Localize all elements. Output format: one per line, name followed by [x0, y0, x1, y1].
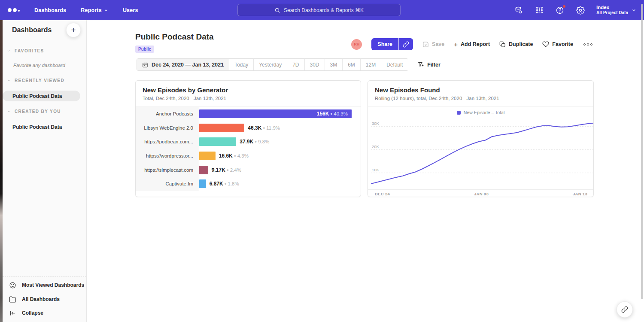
favorite-label: Favorite	[552, 41, 573, 47]
bar-chart-row: https://wordpress.or...16.6K • 4.3%	[136, 149, 361, 163]
bar-segment[interactable]	[199, 166, 208, 174]
y-tick: 10K	[372, 167, 379, 172]
line-chart-svg	[371, 116, 593, 189]
bar-value-label: 156K • 40.3%	[317, 111, 348, 117]
project-selector[interactable]: Index All Project Data	[596, 4, 636, 16]
calendar-icon	[142, 62, 148, 68]
heart-icon	[542, 41, 549, 48]
date-preset-button[interactable]: 3M	[325, 59, 343, 70]
notification-badge	[562, 5, 566, 8]
legend-swatch	[457, 111, 461, 115]
chevron-down-icon	[104, 8, 108, 12]
chevron-down-icon	[7, 79, 11, 82]
help-icon[interactable]	[555, 6, 565, 15]
card-title: New Episodes Found	[375, 86, 586, 94]
nav-item-users[interactable]: Users	[123, 7, 138, 13]
search-icon	[274, 7, 280, 13]
card-new-episodes-found: New Episodes Found Rolling (12 hours), t…	[368, 80, 594, 197]
project-name: Index	[596, 4, 628, 10]
bar-segment[interactable]	[199, 179, 206, 188]
date-range-label: Dec 24, 2020 — Jan 13, 2021	[152, 62, 224, 68]
bar-segment[interactable]	[199, 124, 244, 132]
date-preset-button[interactable]: Today	[229, 59, 253, 70]
more-options-button[interactable]	[583, 42, 593, 47]
save-label: Save	[432, 41, 444, 47]
apps-grid-icon[interactable]	[535, 6, 544, 15]
project-subtitle: All Project Data	[596, 10, 628, 16]
bar-segment[interactable]	[199, 137, 236, 146]
favorite-button[interactable]: Favorite	[542, 41, 573, 48]
sidebar-section-created-by-you[interactable]: CREATED BY YOU	[3, 109, 86, 114]
sidebar: Dashboards + FAVORITES Favorite any dash…	[3, 20, 87, 322]
nav-item-label: Dashboards	[34, 7, 66, 13]
date-preset-button[interactable]: Default	[381, 59, 408, 70]
chevron-down-icon	[7, 49, 11, 53]
y-tick: 20K	[372, 144, 379, 149]
sidebar-item-public-podcast-data-created[interactable]: Public Podcast Data	[3, 122, 62, 132]
search-input[interactable]: Search Dashboards & Reports ⌘K	[237, 4, 401, 16]
scrollbar-thumb[interactable]	[641, 4, 643, 299]
bar-value-label: 46.3K • 11.9%	[248, 125, 280, 131]
filter-label: Filter	[427, 62, 440, 68]
mixpanel-logo-icon[interactable]	[8, 8, 25, 12]
bar-value-label: 6.87K • 1.8%	[210, 181, 239, 187]
folder-icon	[9, 296, 16, 303]
smiley-icon	[9, 282, 16, 289]
all-dashboards-button[interactable]: All Dashboards	[3, 294, 86, 305]
nav-item-label: Users	[123, 7, 138, 13]
collapse-sidebar-button[interactable]: Collapse	[3, 307, 86, 319]
line-series	[371, 123, 593, 184]
filter-button[interactable]: Filter	[417, 61, 440, 68]
x-tick: JAN 03	[474, 191, 489, 196]
add-dashboard-button[interactable]: +	[66, 23, 81, 37]
link-icon	[403, 41, 409, 48]
avatar[interactable]: RH	[351, 39, 362, 50]
favorites-empty-text: Favorite any dashboard	[13, 63, 65, 68]
header-toolbar: RH Share Save + Add Report Duplicate Fav…	[351, 38, 593, 50]
sidebar-item-label: Public Podcast Data	[12, 124, 62, 130]
settings-gear-icon[interactable]	[576, 6, 585, 15]
sidebar-divider	[3, 276, 86, 277]
most-viewed-dashboards-button[interactable]: Most Viewed Dashboards	[3, 279, 86, 291]
bar-category-label: Captivate.fm	[136, 181, 199, 186]
nav-item-reports[interactable]: Reports	[81, 7, 108, 13]
legend-label: New Episode – Total	[464, 110, 505, 115]
bar-chart: Anchor Podcasts156K • 40.3%Libsyn WebEng…	[136, 107, 361, 191]
date-preset-button[interactable]: 12M	[360, 59, 381, 70]
floating-share-link-button[interactable]	[617, 301, 633, 318]
add-report-button[interactable]: + Add Report	[454, 41, 490, 48]
share-label: Share	[377, 41, 392, 47]
nav-item-dashboards[interactable]: Dashboards	[34, 7, 66, 13]
date-range-bar: Dec 24, 2020 — Jan 13, 2021 TodayYesterd…	[137, 58, 408, 71]
bar-segment[interactable]	[199, 152, 216, 160]
save-button[interactable]: Save	[422, 41, 444, 48]
date-presets: TodayYesterday7D30D3M6M12MDefault	[229, 59, 408, 70]
date-preset-button[interactable]: Yesterday	[253, 59, 287, 70]
sidebar-section-recently-viewed[interactable]: RECENTLY VIEWED	[3, 78, 86, 83]
copy-link-button[interactable]	[398, 38, 413, 50]
sidebar-section-favorites[interactable]: FAVORITES	[3, 49, 86, 53]
bar-category-label: https://podbean.com...	[136, 139, 199, 144]
plus-icon: +	[71, 25, 76, 35]
duplicate-button[interactable]: Duplicate	[499, 41, 533, 48]
date-preset-button[interactable]: 30D	[304, 59, 325, 70]
sidebar-item-label: Public Podcast Data	[12, 93, 62, 99]
x-axis: DEC 24 JAN 03 JAN 13	[368, 189, 593, 197]
bar-category-label: https://wordpress.or...	[136, 153, 199, 158]
filter-funnel-icon	[417, 61, 424, 68]
share-button[interactable]: Share	[371, 38, 398, 50]
card-new-episodes-by-generator: New Episodes by Generator Total, Dec 24t…	[135, 80, 361, 197]
sidebar-item-public-podcast-data[interactable]: Public Podcast Data	[3, 91, 80, 101]
bar-category-label: https://simplecast.com	[136, 167, 199, 173]
collapse-icon	[9, 310, 16, 317]
public-badge: Public	[135, 46, 154, 53]
nav-item-label: Reports	[81, 7, 102, 13]
bar-category-label: Anchor Podcasts	[136, 111, 199, 116]
add-report-label: Add Report	[461, 41, 490, 47]
bar-segment[interactable]: 156K • 40.3%	[199, 109, 352, 118]
date-range-picker[interactable]: Dec 24, 2020 — Jan 13, 2021	[137, 59, 229, 70]
date-preset-button[interactable]: 6M	[342, 59, 360, 70]
data-management-icon[interactable]	[514, 6, 523, 15]
section-label: CREATED BY YOU	[15, 109, 61, 114]
date-preset-button[interactable]: 7D	[287, 59, 304, 70]
